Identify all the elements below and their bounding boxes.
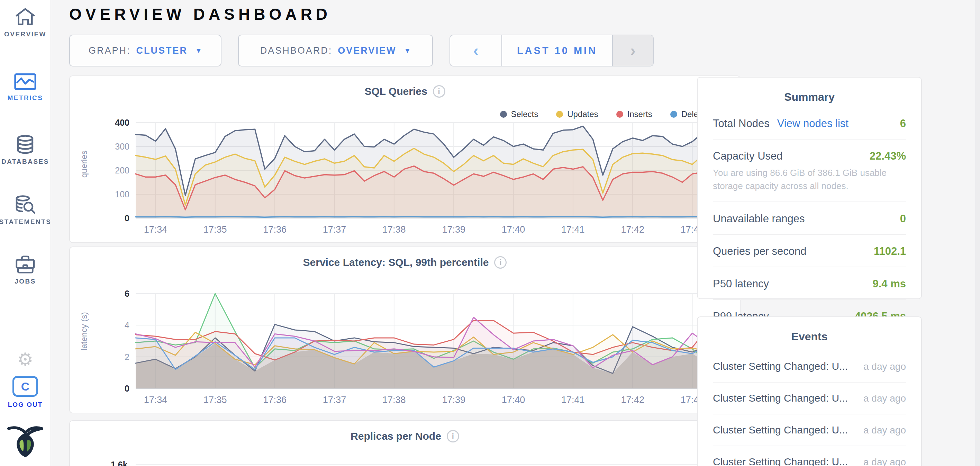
view-nodes-list-link[interactable]: View nodes list	[777, 117, 848, 130]
event-row: Cluster Setting Changed: U... a day ago	[713, 446, 906, 466]
sql-queries-chart: 010020030040017:3417:3517:3617:3717:3817…	[77, 117, 733, 239]
graph-dropdown-value: CLUSTER	[136, 45, 188, 56]
replicas-per-node-card: Replicas per Node i 1.6k	[69, 420, 741, 466]
chart-title-row: Service Latency: SQL, 99th percentile i	[70, 256, 740, 269]
chevron-down-icon: ▼	[404, 47, 411, 55]
row-value: 22.43%	[870, 150, 906, 162]
sidebar-item-label: DATABASES	[2, 158, 49, 166]
summary-row-p50: P50 latency 9.4 ms	[713, 267, 906, 300]
dashboard-dropdown-value: OVERVIEW	[338, 45, 396, 56]
capacity-subtext: You are using 86.6 GiB of 386.1 GiB usab…	[713, 166, 906, 193]
summary-row-qps: Queries per second 1102.1	[713, 235, 906, 267]
sidebar: OVERVIEW METRICS DATABASES	[0, 0, 51, 466]
event-row: Cluster Setting Changed: U... a day ago	[713, 383, 906, 415]
gear-icon[interactable]: ⚙	[0, 349, 51, 370]
event-time: a day ago	[863, 393, 906, 404]
toolbar: GRAPH: CLUSTER ▼ DASHBOARD: OVERVIEW ▼ ‹…	[69, 35, 654, 67]
svg-text:17:37: 17:37	[323, 224, 347, 235]
svg-text:17:41: 17:41	[561, 224, 585, 235]
chart-title: SQL Queries	[364, 86, 427, 97]
sidebar-item-label: METRICS	[8, 94, 43, 102]
metrics-chart-icon	[14, 73, 37, 91]
summary-row-total-nodes: Total Nodes View nodes list 6	[713, 107, 906, 139]
logout-label: LOG OUT	[8, 401, 43, 409]
svg-text:17:42: 17:42	[621, 395, 644, 405]
info-icon[interactable]: i	[494, 256, 507, 269]
time-range-value[interactable]: LAST 10 MIN	[502, 35, 612, 66]
legend-dot-icon	[616, 111, 623, 118]
chevron-down-icon: ▼	[195, 47, 202, 55]
event-time: a day ago	[863, 456, 906, 466]
home-icon	[14, 7, 36, 27]
sidebar-item-statements[interactable]: STATEMENTS	[0, 195, 51, 226]
info-icon[interactable]: i	[447, 430, 459, 442]
scrollbar[interactable]	[975, 0, 980, 466]
legend-dot-icon	[500, 111, 507, 118]
row-label: Capacity Used	[713, 150, 783, 162]
svg-text:17:36: 17:36	[263, 395, 286, 405]
time-range-prev-button[interactable]: ‹	[450, 35, 502, 66]
chart-title: Replicas per Node	[350, 430, 441, 442]
graph-dropdown-label: GRAPH:	[89, 45, 131, 56]
sidebar-item-label: JOBS	[14, 278, 36, 285]
chart-title-row: Replicas per Node i	[70, 430, 740, 442]
chart-title: Service Latency: SQL, 99th percentile	[303, 257, 489, 268]
svg-text:17:34: 17:34	[144, 395, 167, 405]
svg-text:17:35: 17:35	[204, 224, 227, 235]
time-range-next-button[interactable]: ›	[612, 35, 653, 66]
info-icon[interactable]: i	[433, 85, 445, 97]
summary-title: Summary	[698, 91, 921, 104]
sidebar-item-label: STATEMENTS	[0, 218, 51, 226]
svg-text:200: 200	[115, 166, 129, 175]
sidebar-item-metrics[interactable]: METRICS	[0, 73, 51, 102]
event-row: Cluster Setting Changed: U... a day ago	[713, 351, 906, 383]
event-title: Cluster Setting Changed: U...	[713, 392, 848, 404]
summary-panel: Summary Total Nodes View nodes list 6 Ca…	[697, 77, 922, 299]
chart-title-row: SQL Queries i	[70, 85, 740, 97]
svg-text:300: 300	[115, 142, 129, 151]
y-axis-tick: 1.6k	[111, 460, 128, 466]
logout-button[interactable]: C LOG OUT	[0, 376, 51, 409]
chevron-left-icon: ‹	[473, 42, 479, 59]
svg-text:17:34: 17:34	[144, 224, 167, 235]
svg-text:17:37: 17:37	[323, 395, 347, 405]
database-search-icon	[14, 195, 36, 215]
service-latency-chart: 024617:3417:3517:3617:3717:3817:3917:401…	[77, 288, 733, 410]
row-label: Total Nodes	[713, 117, 770, 130]
event-title: Cluster Setting Changed: U...	[713, 424, 848, 436]
events-panel: Events Cluster Setting Changed: U... a d…	[697, 316, 922, 466]
row-value: 0	[900, 212, 906, 225]
dashboard-dropdown-label: DASHBOARD:	[260, 45, 332, 56]
dashboard-dropdown[interactable]: DASHBOARD: OVERVIEW ▼	[238, 35, 433, 67]
event-row: Cluster Setting Changed: U... a day ago	[713, 415, 906, 446]
svg-text:17:41: 17:41	[561, 395, 585, 405]
svg-text:6: 6	[124, 289, 129, 298]
database-icon	[15, 134, 35, 155]
sidebar-item-databases[interactable]: DATABASES	[0, 134, 51, 166]
event-title: Cluster Setting Changed: U...	[713, 361, 848, 372]
svg-text:100: 100	[115, 189, 129, 199]
sidebar-item-overview[interactable]: OVERVIEW	[0, 7, 51, 38]
cockroach-c-icon: C	[13, 376, 38, 397]
event-time: a day ago	[863, 425, 906, 436]
svg-text:400: 400	[115, 118, 129, 128]
row-value: 9.4 ms	[872, 278, 906, 290]
svg-text:0: 0	[124, 213, 129, 223]
time-range-selector: ‹ LAST 10 MIN ›	[450, 35, 654, 67]
graph-dropdown[interactable]: GRAPH: CLUSTER ▼	[69, 35, 221, 67]
chevron-right-icon: ›	[630, 42, 636, 59]
row-value: 1102.1	[874, 245, 906, 258]
event-time: a day ago	[863, 361, 906, 372]
page-title: OVERVIEW DASHBOARD	[69, 5, 331, 24]
svg-text:2: 2	[124, 352, 129, 362]
row-value: 6	[900, 117, 906, 130]
svg-text:17:38: 17:38	[382, 395, 406, 405]
summary-row-unavailable-ranges: Unavailable ranges 0	[713, 202, 906, 235]
service-latency-card: Service Latency: SQL, 99th percentile i …	[69, 246, 741, 413]
events-title: Events	[698, 330, 921, 343]
row-label: Queries per second	[713, 245, 807, 258]
svg-text:17:38: 17:38	[382, 224, 406, 235]
sidebar-item-label: OVERVIEW	[4, 30, 46, 38]
sidebar-item-jobs[interactable]: JOBS	[0, 255, 51, 285]
svg-text:17:40: 17:40	[502, 395, 525, 405]
